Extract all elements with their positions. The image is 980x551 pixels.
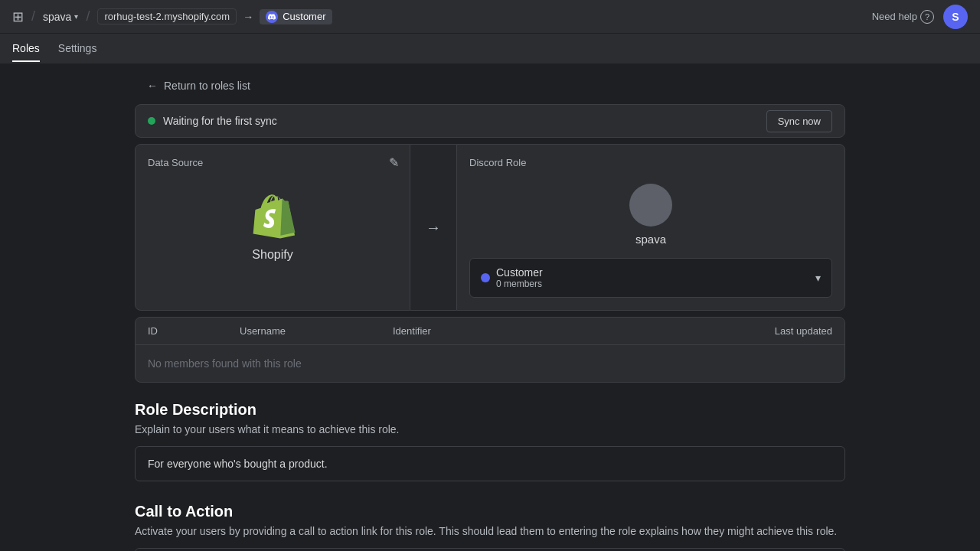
question-icon: ? [920, 10, 934, 24]
discord-role-label: Discord Role [469, 157, 832, 168]
back-link[interactable]: ← Return to roles list [135, 80, 845, 92]
topbar-arrow: → [243, 11, 253, 23]
workspace-selector[interactable]: spava ▾ [43, 11, 78, 23]
col-username: Username [240, 325, 393, 337]
table-empty-message: No members found with this role [136, 345, 844, 382]
shopify-breadcrumb[interactable]: rorhug-test-2.myshopify.com [97, 8, 237, 24]
role-description-input[interactable]: For everyone who's bought a product. [135, 446, 845, 481]
nav-roles[interactable]: Roles [12, 36, 40, 62]
right-arrow-icon: → [426, 219, 441, 236]
role-color-dot [481, 273, 490, 282]
table-header: ID Username Identifier Last updated [136, 318, 844, 345]
discord-role-card: Discord Role spava Customer 0 members ▾ [456, 144, 845, 311]
shopify-logo [248, 193, 297, 242]
sync-status-text: Waiting for the first sync [163, 115, 766, 127]
sync-now-button[interactable]: Sync now [766, 110, 832, 132]
back-arrow-icon: ← [147, 80, 158, 92]
role-name: Customer [496, 266, 543, 279]
platform-name: Shopify [252, 248, 292, 262]
topbar-right: Need help ? S [872, 5, 968, 29]
need-help-button[interactable]: Need help ? [872, 10, 934, 24]
secondary-nav: Roles Settings [0, 34, 980, 64]
data-source-card: Data Source ✎ Shopify [135, 144, 410, 311]
col-identifier: Identifier [393, 325, 546, 337]
role-selector[interactable]: Customer 0 members ▾ [469, 258, 832, 298]
grid-icon: ⊞ [12, 8, 24, 25]
topbar-separator: / [31, 8, 35, 24]
customer-label: Customer [283, 11, 325, 22]
col-id: ID [148, 325, 240, 337]
role-description-title: Role Description [135, 401, 845, 419]
cta-input[interactable]: https://my-store.shopify.com/my-product [135, 548, 845, 551]
role-description-section: Role Description Explain to your users w… [135, 401, 845, 481]
edit-icon[interactable]: ✎ [389, 155, 399, 170]
cta-title: Call to Action [135, 503, 845, 520]
role-selector-left: Customer 0 members [481, 266, 543, 289]
sync-status-dot [148, 117, 155, 125]
chevron-down-icon: ▾ [815, 272, 821, 284]
workspace-name: spava [43, 11, 71, 23]
customer-breadcrumb[interactable]: Customer [260, 9, 332, 24]
cards-row: Data Source ✎ Shopify → Discord [135, 144, 845, 311]
topbar-separator2: / [86, 8, 90, 24]
role-members: 0 members [496, 279, 543, 289]
arrow-connector: → [410, 144, 456, 311]
shopify-logo-wrap: Shopify [148, 181, 397, 274]
workspace-chevron: ▾ [74, 12, 78, 21]
server-avatar [629, 184, 672, 227]
main-content: ← Return to roles list Waiting for the f… [122, 64, 858, 551]
call-to-action-section: Call to Action Activate your users by pr… [135, 503, 845, 551]
members-table: ID Username Identifier Last updated No m… [135, 317, 845, 383]
col-last-updated: Last updated [546, 325, 832, 337]
data-source-label: Data Source [148, 157, 397, 168]
role-info: Customer 0 members [496, 266, 543, 289]
server-name: spava [635, 233, 666, 246]
server-info: spava [469, 178, 832, 258]
role-description-desc: Explain to your users what it means to a… [135, 423, 845, 435]
topbar: ⊞ / spava ▾ / rorhug-test-2.myshopify.co… [0, 0, 980, 34]
cta-desc: Activate your users by providing a call … [135, 525, 845, 537]
sync-bar: Waiting for the first sync Sync now [135, 104, 845, 138]
nav-settings[interactable]: Settings [58, 36, 97, 62]
avatar[interactable]: S [943, 5, 968, 29]
discord-icon [266, 11, 278, 23]
